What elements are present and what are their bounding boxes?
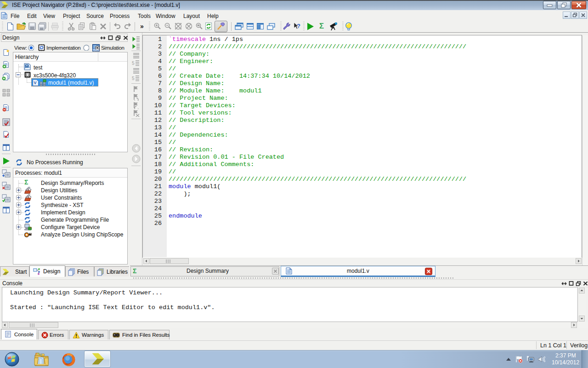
svg-text:5: 5 [132, 76, 135, 81]
svg-text:ISim: ISim [93, 48, 99, 52]
svg-text:?: ? [297, 23, 300, 29]
svg-text:V: V [34, 80, 37, 85]
svg-text:5: 5 [132, 61, 135, 66]
